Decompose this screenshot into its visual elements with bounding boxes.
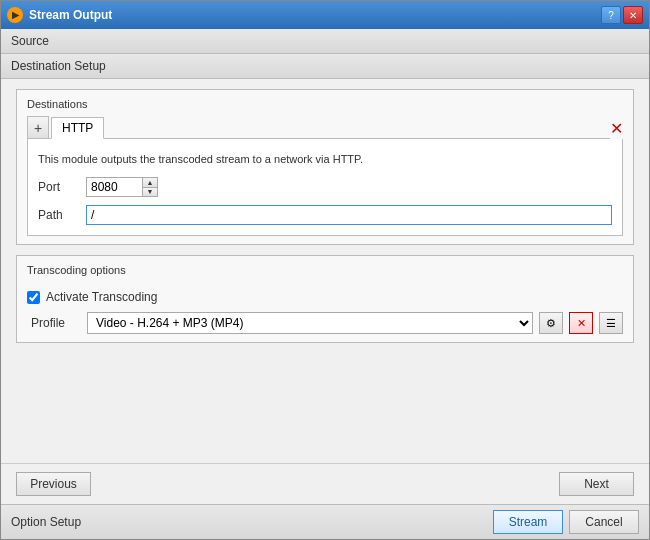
app-icon: ▶ xyxy=(7,7,23,23)
destinations-group: Destinations + HTTP ✕ This modu xyxy=(16,89,634,245)
window-title: Stream Output xyxy=(29,8,595,22)
port-decrement-button[interactable]: ▼ xyxy=(143,188,157,197)
transcoding-label: Transcoding options xyxy=(27,264,623,276)
transcoding-group: Transcoding options Activate Transcoding… xyxy=(16,255,634,343)
navigation-bar: Previous Next xyxy=(1,463,649,504)
title-bar: ▶ Stream Output ? ✕ xyxy=(1,1,649,29)
gear-icon: ⚙ xyxy=(546,317,556,330)
tab-bar: + HTTP xyxy=(27,116,610,139)
option-setup-label: Option Setup xyxy=(11,515,81,529)
activate-transcoding-label[interactable]: Activate Transcoding xyxy=(46,290,157,304)
previous-button[interactable]: Previous xyxy=(16,472,91,496)
tab-bar-row: + HTTP ✕ xyxy=(27,116,623,139)
stream-output-window: ▶ Stream Output ? ✕ Source Destination S… xyxy=(0,0,650,540)
activate-transcoding-row: Activate Transcoding xyxy=(27,290,623,304)
delete-icon: ✕ xyxy=(577,317,586,330)
list-icon: ☰ xyxy=(606,317,616,330)
profile-label: Profile xyxy=(31,316,81,330)
profile-select[interactable]: Video - H.264 + MP3 (MP4) xyxy=(87,312,533,334)
stream-button[interactable]: Stream xyxy=(493,510,563,534)
cancel-button[interactable]: Cancel xyxy=(569,510,639,534)
destinations-label: Destinations xyxy=(27,98,623,110)
port-increment-button[interactable]: ▲ xyxy=(143,178,157,188)
add-destination-button[interactable]: + xyxy=(27,116,49,138)
footer-buttons: Stream Cancel xyxy=(493,510,639,534)
list-profile-button[interactable]: ☰ xyxy=(599,312,623,334)
remove-destination-button[interactable]: ✕ xyxy=(610,121,623,139)
help-button[interactable]: ? xyxy=(601,6,621,24)
delete-profile-button[interactable]: ✕ xyxy=(569,312,593,334)
edit-profile-button[interactable]: ⚙ xyxy=(539,312,563,334)
destination-setup-header: Destination Setup xyxy=(1,54,649,79)
source-section-header: Source xyxy=(1,29,649,54)
next-button[interactable]: Next xyxy=(559,472,634,496)
port-label: Port xyxy=(38,180,78,194)
content-area: Source Destination Setup Destinations + … xyxy=(1,29,649,539)
footer-bar: Option Setup Stream Cancel xyxy=(1,504,649,539)
path-input[interactable] xyxy=(86,205,612,225)
port-row: Port ▲ ▼ xyxy=(38,177,612,197)
http-tab[interactable]: HTTP xyxy=(51,117,104,139)
module-info-text: This module outputs the transcoded strea… xyxy=(38,149,612,169)
title-bar-buttons: ? ✕ xyxy=(601,6,643,24)
main-area: Destinations + HTTP ✕ This modu xyxy=(1,79,649,463)
http-tab-content: This module outputs the transcoded strea… xyxy=(27,139,623,236)
path-label: Path xyxy=(38,208,78,222)
profile-row: Profile Video - H.264 + MP3 (MP4) ⚙ ✕ ☰ xyxy=(27,312,623,334)
path-row: Path xyxy=(38,205,612,225)
port-input-wrap: ▲ ▼ xyxy=(86,177,158,197)
close-button[interactable]: ✕ xyxy=(623,6,643,24)
port-spinner: ▲ ▼ xyxy=(142,178,157,196)
port-input[interactable] xyxy=(87,178,142,196)
activate-transcoding-checkbox[interactable] xyxy=(27,291,40,304)
